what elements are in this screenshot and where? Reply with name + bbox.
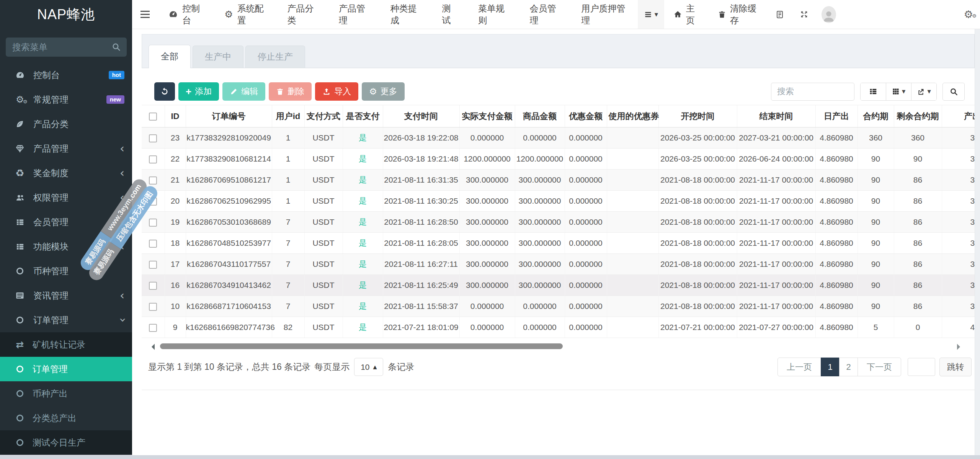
column-header[interactable]: 结束时间 [737,105,815,127]
table-row[interactable]: 9k162686166982077473682USDT是2021-07-21 1… [142,317,975,338]
sidebar-subitem-0[interactable]: ⇄ 矿机转让记录 [0,332,132,357]
scroll-left-arrow-icon[interactable] [152,344,155,350]
sidebar-subitem-3[interactable]: 分类总产出 [0,406,132,430]
column-header[interactable]: ID [165,105,186,127]
tab-2[interactable]: 停止生产 [245,46,305,68]
row-checkbox[interactable] [149,240,157,248]
sidebar-subitem-4[interactable]: 测试今日生产 [0,430,132,455]
search-submit-button[interactable] [942,83,965,101]
nav-item-0[interactable]: 控制台 [158,0,214,29]
nav-item-4[interactable]: 种类提成 [380,0,432,29]
table-row[interactable]: 19k1628670530103686897USDT是2021-08-11 16… [142,212,975,233]
edit-button[interactable]: 编辑 [222,82,265,101]
row-checkbox[interactable] [149,134,157,142]
column-header[interactable]: 商品金额 [515,105,565,127]
column-header[interactable]: 使用的优惠券 [607,105,658,127]
sidebar-subitem-1[interactable]: 订单管理 [0,357,132,381]
table-row[interactable]: 20k1628670625109629951USDT是2021-08-11 16… [142,191,975,212]
page-number-2[interactable]: 2 [839,358,858,376]
sidebar-item-2[interactable]: 产品分类 [0,112,132,136]
page-numbers: 1 2 [821,358,858,376]
table-row[interactable]: 23k1773832928109200491USDT是2026-03-18 19… [142,127,975,149]
fullscreen-icon[interactable] [792,0,816,29]
delete-button[interactable]: 删除 [269,82,312,101]
jump-button[interactable]: 跳转 [939,358,972,376]
sidebar-toggle-icon[interactable] [132,0,158,29]
sidebar-item-8[interactable]: 币种管理 [0,259,132,283]
column-header[interactable]: 合约期 [858,105,894,127]
column-header[interactable]: 剩余合约期 [894,105,942,127]
sidebar-item-1[interactable]: ⚙⚙ 常规管理 new [0,87,132,112]
table-row[interactable]: 18k1628670485102539777USDT是2021-08-11 16… [142,233,975,254]
sidebar-item-9[interactable]: 资讯管理 ‹ [0,283,132,308]
column-header[interactable]: 实际支付金额 [459,105,515,127]
sidebar-item-7[interactable]: 功能模块 ‹ [0,234,132,259]
table-row[interactable]: 16k1628670349104134627USDT是2021-08-11 16… [142,275,975,296]
table-cell: 90 [894,149,942,170]
nav-item-8[interactable]: 用户质押管理 [571,0,638,29]
column-header[interactable]: 订单编号 [186,105,272,127]
select-all-checkbox[interactable] [149,113,157,121]
column-header[interactable]: 支付方式 [304,105,343,127]
document-icon[interactable] [768,0,792,29]
nav-item-5[interactable]: 测试 [432,0,468,29]
column-header[interactable]: 优惠金额 [565,105,607,127]
sidebar-item-10[interactable]: 订单管理 ‹ [0,308,132,332]
nav-list-menu-button[interactable]: ▼ [638,0,664,29]
row-checkbox[interactable] [149,303,157,311]
sidebar-item-4[interactable]: ♻ 奖金制度 ‹ [0,161,132,185]
sidebar-item-3[interactable]: 产品管理 ‹ [0,136,132,161]
tab-1[interactable]: 生产中 [193,46,243,68]
chevron-left-icon: ‹ [120,143,124,154]
table-row[interactable]: 22k1773832908106812141USDT是2026-03-18 19… [142,149,975,170]
sidebar-item-0[interactable]: 控制台 hot [0,63,132,87]
next-page-button[interactable]: 下一页 [858,358,901,376]
home-button[interactable]: 主页 [664,0,709,29]
nav-item-2[interactable]: 产品分类 [277,0,328,29]
nav-item-6[interactable]: 菜单规则 [468,0,519,29]
table-row[interactable]: 21k1628670695108612171USDT是2021-08-11 16… [142,170,975,191]
jump-page-input[interactable] [908,358,935,376]
table-search-input[interactable] [771,83,854,101]
sidebar-subitem-2[interactable]: 币种产出 [0,381,132,406]
column-header[interactable]: 产出 [942,105,975,127]
scroll-right-arrow-icon[interactable] [957,344,960,350]
row-checkbox[interactable] [149,198,157,206]
columns-button[interactable]: ▼ [886,83,911,100]
sidebar-item-5[interactable]: 权限管理 ‹ [0,185,132,210]
more-button[interactable]: ⚙ 更多 [362,82,405,101]
nav-item-1[interactable]: ⚙ 系统配置 [214,0,277,29]
nav-item-7[interactable]: 会员管理 [519,0,571,29]
table-cell: 360 [894,127,942,149]
column-header[interactable]: 支付时间 [383,105,459,127]
page-size-dropdown[interactable]: 10 ▲ [354,358,383,376]
user-avatar[interactable] [822,6,836,23]
add-button[interactable]: + 添加 [178,82,219,101]
sidebar-search-input[interactable] [6,38,127,57]
prev-page-button[interactable]: 上一页 [777,358,821,376]
scrollbar-thumb[interactable] [160,343,563,349]
row-checkbox[interactable] [149,155,157,163]
import-button[interactable]: 导入 [315,82,358,101]
refresh-button[interactable] [154,82,175,101]
column-header[interactable]: 开挖时间 [658,105,737,127]
clear-cache-button[interactable]: 清除缓存 [709,0,768,29]
table-row[interactable]: 10k1628668717106041537USDT是2021-08-11 15… [142,296,975,317]
toggle-view-button[interactable] [861,83,886,100]
row-checkbox[interactable] [149,261,157,269]
page-number-1[interactable]: 1 [821,358,840,376]
row-checkbox[interactable] [149,282,157,290]
column-header[interactable]: 用户id [272,105,304,127]
column-header[interactable]: 是否支付 [343,105,383,127]
settings-gears-icon[interactable]: ⚙⚙ [964,0,973,29]
row-checkbox[interactable] [149,324,157,332]
table-cell: 0.000000 [565,127,607,149]
table-row[interactable]: 17k1628670431101775577USDT是2021-08-11 16… [142,254,975,275]
export-button[interactable]: ▼ [911,83,936,100]
row-checkbox[interactable] [149,219,157,227]
sidebar-item-6[interactable]: 会员管理 ‹ [0,210,132,234]
nav-item-3[interactable]: 产品管理 [328,0,380,29]
row-checkbox[interactable] [149,176,157,185]
column-header[interactable]: 日产出 [815,105,858,127]
tab-0[interactable]: 全部 [149,45,191,68]
